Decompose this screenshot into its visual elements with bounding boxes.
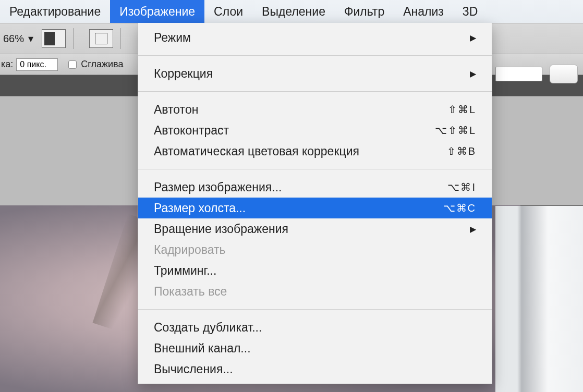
menu-item-auto-contrast[interactable]: Автоконтраст ⌥⇧⌘L [138,120,492,141]
menu-item-label: Режим [154,31,470,45]
menu-item-trim[interactable]: Тримминг... [138,260,492,281]
menu-item-apply-image[interactable]: Внешний канал... [138,338,492,359]
zoom-level-value: 66% [3,33,24,45]
menu-item-calculations[interactable]: Вычисления... [138,359,492,379]
menu-select-label: Выделение [262,5,325,19]
menu-item-label: Размер изображения... [154,180,447,194]
menu-item-label: Тримминг... [154,264,476,278]
menu-item-reveal-all: Показать все [138,281,492,302]
menu-item-label: Автотон [154,103,448,117]
menu-item-label: Показать все [154,285,476,299]
feather-label: ка: [1,59,13,70]
menu-analysis[interactable]: Анализ [394,0,453,23]
menu-3d-label: 3D [463,5,478,19]
menu-item-label: Автоматическая цветовая коррекция [154,144,447,158]
chevron-down-icon: ▾ [28,32,33,45]
menu-item-shortcut: ⌥⌘C [443,202,476,214]
menu-item-shortcut: ⌥⌘I [447,181,476,193]
menu-separator [138,55,492,56]
menu-image[interactable]: Изображение [110,0,204,23]
menu-item-image-size[interactable]: Размер изображения... ⌥⌘I [138,177,492,198]
menu-item-label: Внешний канал... [154,341,476,356]
submenu-arrow-icon: ▶ [470,224,476,234]
menu-item-shortcut: ⌥⇧⌘L [435,124,476,137]
menu-item-label: Автоконтраст [154,124,435,138]
menu-image-label: Изображение [119,5,195,19]
submenu-arrow-icon: ▶ [470,33,476,43]
menu-item-duplicate[interactable]: Создать дубликат... [138,317,492,338]
menu-item-label: Вращение изображения [154,222,470,236]
menu-item-label: Коррекция [154,67,470,81]
color-swatch[interactable] [495,67,542,81]
zoom-level[interactable]: 66% ▾ [3,32,33,45]
menu-item-mode[interactable]: Режим ▶ [138,27,492,48]
menu-layers-label: Слои [214,5,243,19]
toolbar-divider [120,28,121,49]
menu-item-shortcut: ⇧⌘L [448,103,476,116]
arrange-docs-icon[interactable] [89,29,113,48]
menu-separator [138,309,492,310]
submenu-arrow-icon: ▶ [470,69,476,79]
image-menu-dropdown: Режим ▶ Коррекция ▶ Автотон ⇧⌘L Автоконт… [138,23,492,384]
menu-3d[interactable]: 3D [453,0,487,23]
menu-separator [138,91,492,92]
menu-item-auto-color[interactable]: Автоматическая цветовая коррекция ⇧⌘B [138,141,492,162]
menu-item-label: Кадрировать [154,243,476,257]
menu-select[interactable]: Выделение [252,0,335,23]
menu-edit-label: Редактирование [9,5,101,19]
feather-input[interactable] [16,58,58,71]
menu-filter-label: Фильтр [344,5,384,19]
options-button[interactable] [550,65,578,83]
menu-item-label: Размер холста... [154,201,443,215]
menu-item-auto-tone[interactable]: Автотон ⇧⌘L [138,99,492,120]
menu-item-adjustments[interactable]: Коррекция ▶ [138,63,492,84]
menu-item-label: Создать дубликат... [154,321,476,335]
menu-layers[interactable]: Слои [204,0,252,23]
menu-separator [138,169,492,169]
menu-analysis-label: Анализ [403,5,444,19]
antialias-checkbox[interactable] [68,60,77,69]
menu-item-crop: Кадрировать [138,239,492,260]
canvas-preview-right [495,206,583,392]
menu-bar: Редактирование Изображение Слои Выделени… [0,0,583,23]
screen-mode-icon[interactable] [42,29,66,48]
toolbar-divider [73,28,74,49]
menu-item-label: Вычисления... [154,362,476,376]
menu-item-shortcut: ⇧⌘B [447,145,476,157]
antialias-label: Сглажива [81,59,123,70]
menu-item-image-rotation[interactable]: Вращение изображения ▶ [138,218,492,239]
menu-filter[interactable]: Фильтр [335,0,394,23]
menu-item-canvas-size[interactable]: Размер холста... ⌥⌘C [138,198,492,218]
menu-edit[interactable]: Редактирование [0,0,110,23]
